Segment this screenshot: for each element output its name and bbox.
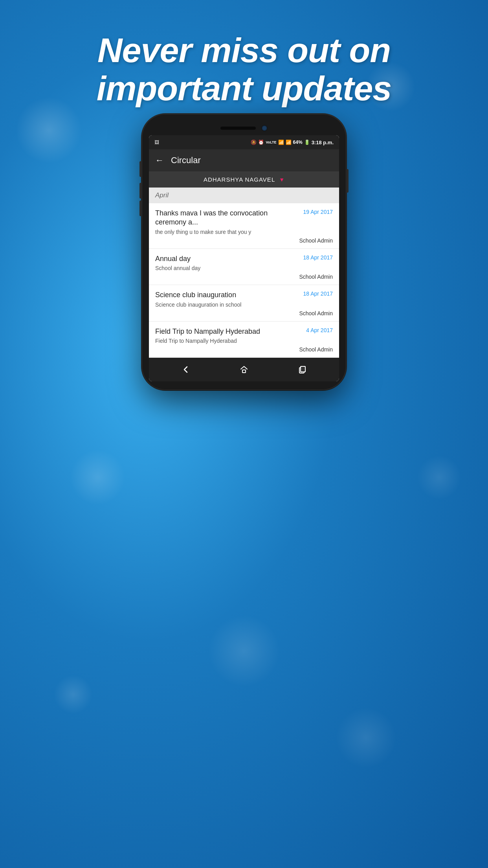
hero-title: Never miss out on important updates: [0, 31, 488, 108]
circular-author-3: School Admin: [155, 310, 333, 316]
signal-icon: 📶: [286, 140, 292, 145]
nav-bar: [149, 358, 339, 381]
circular-author-4: School Admin: [155, 346, 333, 353]
circular-author-2: School Admin: [155, 274, 333, 280]
circular-preview-1: the only thing u to make sure that you y: [155, 229, 333, 235]
battery-pct: 64%: [293, 140, 303, 145]
alarm-icon: ⏰: [258, 140, 264, 145]
svg-rect-2: [301, 366, 305, 372]
speaker: [220, 127, 256, 130]
nav-home-button[interactable]: [235, 361, 253, 378]
circular-item-3[interactable]: Science club inauguration 18 Apr 2017 Sc…: [149, 285, 339, 321]
circular-item-1[interactable]: Thanks mava I was the convocation ceremo…: [149, 203, 339, 249]
app-bar: ← Circular: [149, 149, 339, 171]
circular-date-1: 19 Apr 2017: [303, 209, 333, 215]
circular-title-2: Annual day: [155, 254, 303, 263]
circular-preview-3: Science club inauguration in school: [155, 302, 333, 308]
circular-item-4[interactable]: Field Trip to Nampally Hyderabad 4 Apr 2…: [149, 322, 339, 358]
circular-preview-4: Field Trip to Nampally Hyderabad: [155, 338, 333, 344]
circular-item-2[interactable]: Annual day 18 Apr 2017 School annual day…: [149, 249, 339, 285]
camera: [261, 125, 268, 131]
screen: 🖼 🔕 ⏰ VoLTE 📶 📶 64% 🔋 3:18 p.m. ← Circul…: [149, 135, 339, 381]
nav-recent-button[interactable]: [294, 361, 311, 378]
dropdown-arrow-icon: ▼: [279, 177, 284, 183]
wifi-icon: 📶: [278, 140, 284, 145]
status-left-icon: 🖼: [154, 140, 159, 145]
battery-icon: 🔋: [304, 140, 310, 145]
phone-top-bar: [149, 125, 339, 131]
mute-icon: 🔕: [251, 140, 257, 145]
nav-back-button[interactable]: [177, 361, 194, 378]
back-button[interactable]: ←: [155, 155, 164, 166]
circular-author-1: School Admin: [155, 237, 333, 244]
user-selector[interactable]: ADHARSHYA NAGAVEL ▼: [149, 171, 339, 188]
section-header-april: April: [149, 188, 339, 203]
circular-title-3: Science club inauguration: [155, 291, 303, 300]
circular-date-2: 18 Apr 2017: [303, 254, 333, 261]
phone-mockup: 🖼 🔕 ⏰ VoLTE 📶 📶 64% 🔋 3:18 p.m. ← Circul…: [142, 114, 346, 390]
section-month: April: [155, 191, 169, 199]
time: 3:18 p.m.: [312, 140, 334, 145]
volte-label: VoLTE: [266, 140, 276, 144]
svg-rect-0: [242, 370, 246, 373]
circular-preview-2: School annual day: [155, 265, 333, 271]
app-bar-title: Circular: [171, 155, 201, 166]
circular-title-1: Thanks mava I was the convocation ceremo…: [155, 209, 303, 227]
status-bar: 🖼 🔕 ⏰ VoLTE 📶 📶 64% 🔋 3:18 p.m.: [149, 135, 339, 149]
hero-section: Never miss out on important updates: [0, 31, 488, 108]
circular-date-4: 4 Apr 2017: [306, 327, 333, 333]
circular-date-3: 18 Apr 2017: [303, 291, 333, 297]
circular-title-4: Field Trip to Nampally Hyderabad: [155, 327, 306, 336]
phone-body: 🖼 🔕 ⏰ VoLTE 📶 📶 64% 🔋 3:18 p.m. ← Circul…: [142, 114, 346, 390]
status-right-icons: 🔕 ⏰ VoLTE 📶 📶 64% 🔋 3:18 p.m.: [251, 140, 334, 145]
user-name: ADHARSHYA NAGAVEL: [204, 176, 275, 183]
